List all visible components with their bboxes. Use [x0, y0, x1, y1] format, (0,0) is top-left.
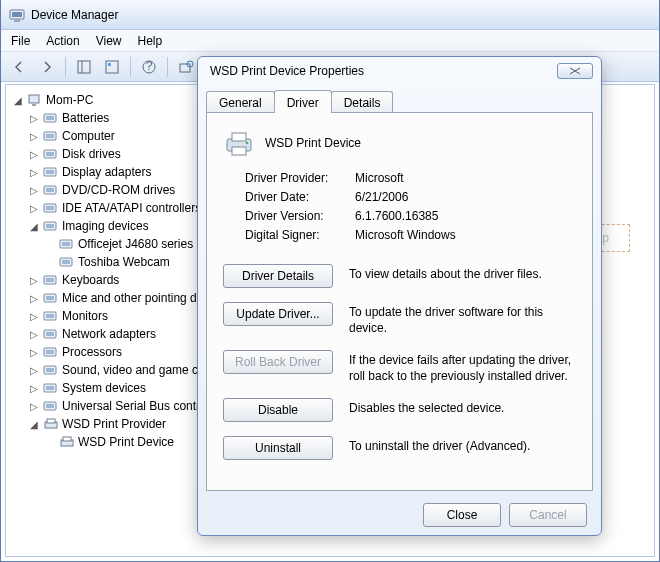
svg-rect-35	[62, 242, 70, 246]
tree-label: Toshiba Webcam	[76, 255, 170, 269]
svg-rect-5	[106, 61, 118, 73]
expand-toggle[interactable]: ▷	[26, 113, 42, 124]
svg-point-61	[246, 142, 249, 145]
svg-rect-45	[46, 332, 54, 336]
tree-label: Batteries	[60, 111, 109, 125]
nav-back-button[interactable]	[7, 55, 31, 79]
expand-toggle[interactable]: ▷	[26, 383, 42, 394]
device-category-icon	[58, 236, 76, 252]
dialog-footer: Close Cancel	[198, 495, 601, 535]
tree-label: Monitors	[60, 309, 108, 323]
tree-label: System devices	[60, 381, 146, 395]
tab-page-driver: WSD Print Device Driver Provider:Microso…	[206, 112, 593, 491]
svg-rect-21	[46, 116, 54, 120]
device-category-icon	[42, 200, 60, 216]
date-value: 6/21/2006	[355, 190, 408, 204]
signer-label: Digital Signer:	[245, 228, 355, 242]
expand-toggle[interactable]: ▷	[26, 203, 42, 214]
cancel-button: Cancel	[509, 503, 587, 527]
svg-rect-29	[46, 188, 54, 192]
toolbar-separator	[130, 57, 131, 77]
expand-toggle[interactable]: ▷	[26, 167, 42, 178]
tree-label: DVD/CD-ROM drives	[60, 183, 175, 197]
svg-rect-49	[46, 368, 54, 372]
close-button[interactable]: Close	[423, 503, 501, 527]
disable-button[interactable]: Disable	[223, 398, 333, 422]
tab-strip: General Driver Details	[206, 89, 593, 113]
svg-rect-41	[46, 296, 54, 300]
tree-label: WSD Print Provider	[60, 417, 166, 431]
menubar: File Action View Help	[1, 30, 659, 52]
device-category-icon	[42, 326, 60, 342]
toolbar-separator	[65, 57, 66, 77]
tree-label: Imaging devices	[60, 219, 149, 233]
device-category-icon	[42, 164, 60, 180]
menu-view[interactable]: View	[96, 34, 122, 48]
app-icon	[9, 7, 25, 23]
tab-driver[interactable]: Driver	[274, 90, 332, 113]
printer-icon	[223, 127, 255, 159]
expand-toggle[interactable]: ▷	[26, 401, 42, 412]
device-category-icon	[42, 290, 60, 306]
driver-details-desc: To view details about the driver files.	[349, 264, 576, 283]
tab-general[interactable]: General	[206, 91, 275, 113]
dialog-titlebar[interactable]: WSD Print Device Properties	[198, 57, 601, 85]
expand-toggle[interactable]: ▷	[26, 275, 42, 286]
tree-label: Disk drives	[60, 147, 121, 161]
menu-file[interactable]: File	[11, 34, 30, 48]
svg-rect-39	[46, 278, 54, 282]
driver-details-button[interactable]: Driver Details	[223, 264, 333, 288]
nav-forward-button[interactable]	[35, 55, 59, 79]
device-category-icon	[58, 254, 76, 270]
expand-toggle[interactable]: ▷	[26, 185, 42, 196]
help-button[interactable]: ?	[137, 55, 161, 79]
svg-rect-27	[46, 170, 54, 174]
svg-rect-9	[180, 64, 190, 72]
expand-toggle[interactable]: ▷	[26, 329, 42, 340]
expand-toggle[interactable]: ◢	[26, 221, 42, 232]
tree-label: Processors	[60, 345, 122, 359]
expand-toggle[interactable]: ▷	[26, 347, 42, 358]
device-name: WSD Print Device	[265, 136, 361, 150]
tree-label: Display adapters	[60, 165, 151, 179]
expand-toggle[interactable]: ▷	[26, 131, 42, 142]
expand-toggle[interactable]: ▷	[26, 365, 42, 376]
roll-back-driver-desc: If the device fails after updating the d…	[349, 350, 576, 384]
device-category-icon	[26, 92, 44, 108]
version-label: Driver Version:	[245, 209, 355, 223]
tree-label: Mom-PC	[44, 93, 93, 107]
svg-rect-47	[46, 350, 54, 354]
scan-hardware-button[interactable]	[174, 55, 198, 79]
svg-rect-1	[12, 12, 22, 17]
expand-toggle[interactable]: ▷	[26, 311, 42, 322]
dialog-title: WSD Print Device Properties	[210, 64, 364, 78]
dialog-close-button[interactable]	[557, 63, 593, 79]
tree-label: IDE ATA/ATAPI controllers	[60, 201, 201, 215]
svg-rect-53	[46, 404, 54, 408]
svg-rect-6	[108, 63, 111, 66]
uninstall-button[interactable]: Uninstall	[223, 436, 333, 460]
tab-details[interactable]: Details	[331, 91, 394, 113]
device-category-icon	[42, 416, 60, 432]
expand-toggle[interactable]: ◢	[26, 419, 42, 430]
menu-action[interactable]: Action	[46, 34, 79, 48]
titlebar[interactable]: Device Manager	[1, 0, 659, 30]
version-value: 6.1.7600.16385	[355, 209, 438, 223]
device-category-icon	[42, 272, 60, 288]
update-driver-button[interactable]: Update Driver...	[223, 302, 333, 326]
expand-toggle[interactable]: ▷	[26, 149, 42, 160]
roll-back-driver-button: Roll Back Driver	[223, 350, 333, 374]
device-category-icon	[42, 110, 60, 126]
tree-label: Computer	[60, 129, 115, 143]
toolbar-separator	[167, 57, 168, 77]
tree-label: Network adapters	[60, 327, 156, 341]
update-driver-desc: To update the driver software for this d…	[349, 302, 576, 336]
svg-rect-25	[46, 152, 54, 156]
device-category-icon	[42, 146, 60, 162]
show-hide-tree-button[interactable]	[72, 55, 96, 79]
svg-rect-37	[62, 260, 70, 264]
menu-help[interactable]: Help	[138, 34, 163, 48]
expand-toggle[interactable]: ▷	[26, 293, 42, 304]
properties-button[interactable]	[100, 55, 124, 79]
expand-toggle[interactable]: ◢	[10, 95, 26, 106]
